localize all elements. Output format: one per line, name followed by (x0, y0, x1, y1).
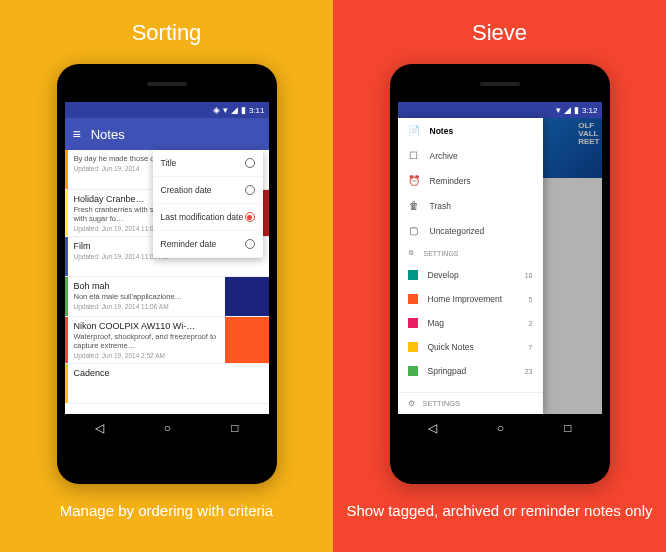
phone-speaker (480, 82, 520, 86)
android-navbar: ◁ ○ □ (398, 414, 602, 442)
tag-label: Springpad (428, 366, 467, 376)
drawer-item[interactable]: ⏰Reminders (398, 168, 543, 193)
drawer-item-icon: 📄 (408, 125, 420, 136)
sort-menu[interactable]: TitleCreation dateLast modification date… (153, 150, 263, 258)
drawer-item-label: Reminders (430, 176, 471, 186)
status-time: 3:11 (249, 106, 265, 115)
phone-speaker (147, 82, 187, 86)
drawer-item[interactable]: ▢Uncategorized (398, 218, 543, 243)
sieve-panel: Sieve ▾ ◢ ▮ 3:12 OLF VALL REET 📄Notes☐Ar… (333, 0, 666, 552)
tag-swatch (408, 270, 418, 280)
panel-title: Sieve (472, 20, 527, 46)
drawer-tag[interactable]: Mag2 (398, 311, 543, 335)
note-item[interactable]: Cadence (65, 364, 269, 404)
drawer-tag[interactable]: Quick Notes7 (398, 335, 543, 359)
note-thumbnail (225, 277, 269, 316)
note-updated: Updated: Jun 19, 2014 2:52 AM (74, 352, 219, 359)
drawer-item[interactable]: 🗑Trash (398, 193, 543, 218)
drawer-item[interactable]: 📄Notes (398, 118, 543, 143)
tag-swatch (408, 342, 418, 352)
tag-label: Mag (428, 318, 445, 328)
recent-icon[interactable]: □ (564, 421, 571, 435)
location-icon: ◈ (213, 105, 220, 115)
sort-option[interactable]: Title (153, 150, 263, 177)
note-body: Boh mah Non età male sull'applicazione… … (68, 277, 225, 316)
radio-icon (245, 158, 255, 168)
signal-icon: ◢ (231, 105, 238, 115)
drawer-item-label: Notes (430, 126, 454, 136)
phone-frame: ◈ ▾ ◢ ▮ 3:11 ≡ Notes By day he made thos… (57, 64, 277, 484)
sort-option-label: Reminder date (161, 239, 217, 249)
phone-frame: ▾ ◢ ▮ 3:12 OLF VALL REET 📄Notes☐Archive⏰… (390, 64, 610, 484)
drawer-footer[interactable]: ⚙ SETTINGS (398, 392, 543, 414)
note-updated: Updated: Jun 19, 2014 11:06 AM (74, 303, 219, 310)
tag-swatch (408, 318, 418, 328)
radio-icon (245, 239, 255, 249)
drawer-item-label: Uncategorized (430, 226, 485, 236)
tag-count: 10 (525, 272, 533, 279)
sort-option-label: Title (161, 158, 177, 168)
note-item[interactable]: Nikon COOLPIX AW110 Wi-… Waterproof, sho… (65, 317, 269, 364)
note-title: Boh mah (74, 281, 219, 291)
gear-icon: ⚙ (408, 399, 415, 408)
gear-icon: ⚙ (408, 249, 414, 257)
tag-label: Develop (428, 270, 459, 280)
drawer-item-icon: ⏰ (408, 175, 420, 186)
note-excerpt: Non età male sull'applicazione… (74, 292, 219, 301)
note-excerpt: Waterproof, shockproof, and freezeproof … (74, 332, 219, 350)
note-body: Nikon COOLPIX AW110 Wi-… Waterproof, sho… (68, 317, 225, 363)
tag-label: Home Improvement (428, 294, 503, 304)
note-item[interactable]: Boh mah Non età male sull'applicazione… … (65, 277, 269, 317)
note-thumbnail (225, 317, 269, 363)
note-title: Nikon COOLPIX AW110 Wi-… (74, 321, 219, 331)
back-icon[interactable]: ◁ (95, 421, 104, 435)
back-icon[interactable]: ◁ (428, 421, 437, 435)
battery-icon: ▮ (241, 105, 246, 115)
recent-icon[interactable]: □ (231, 421, 238, 435)
sort-option-label: Last modification date (161, 212, 244, 222)
home-icon[interactable]: ○ (164, 421, 171, 435)
tag-count: 7 (529, 344, 533, 351)
drawer-item[interactable]: ☐Archive (398, 143, 543, 168)
tag-count: 2 (529, 320, 533, 327)
tag-label: Quick Notes (428, 342, 474, 352)
tag-count: 23 (525, 368, 533, 375)
note-title: Cadence (74, 368, 263, 378)
wifi-icon: ▾ (556, 105, 561, 115)
drawer-item-label: Archive (430, 151, 458, 161)
note-body: Cadence (68, 364, 269, 403)
status-time: 3:12 (582, 106, 598, 115)
wifi-icon: ▾ (223, 105, 228, 115)
sort-option[interactable]: Last modification date (153, 204, 263, 231)
hamburger-icon[interactable]: ≡ (73, 126, 81, 142)
app-bar: ≡ Notes (65, 118, 269, 150)
drawer-item-icon: 🗑 (408, 200, 420, 211)
status-bar: ◈ ▾ ◢ ▮ 3:11 (65, 102, 269, 118)
drawer-item-icon: ▢ (408, 225, 420, 236)
sort-option-label: Creation date (161, 185, 212, 195)
navigation-drawer: 📄Notes☐Archive⏰Reminders🗑Trash▢Uncategor… (398, 118, 543, 414)
radio-icon (245, 212, 255, 222)
appbar-title: Notes (91, 127, 125, 142)
battery-icon: ▮ (574, 105, 579, 115)
phone-screen: ▾ ◢ ▮ 3:12 OLF VALL REET 📄Notes☐Archive⏰… (398, 102, 602, 442)
tag-count: 5 (529, 296, 533, 303)
drawer-settings-header: ⚙ SETTINGS (398, 243, 543, 263)
status-bar: ▾ ◢ ▮ 3:12 (398, 102, 602, 118)
tag-swatch (408, 294, 418, 304)
panel-caption: Show tagged, archived or reminder notes … (336, 502, 662, 519)
android-navbar: ◁ ○ □ (65, 414, 269, 442)
drawer-tag[interactable]: Home Improvement5 (398, 287, 543, 311)
drawer-item-icon: ☐ (408, 150, 420, 161)
drawer-tag[interactable]: Develop10 (398, 263, 543, 287)
home-icon[interactable]: ○ (497, 421, 504, 435)
panel-title: Sorting (132, 20, 202, 46)
panel-caption: Manage by ordering with criteria (50, 502, 283, 519)
drawer-tag[interactable]: Springpad23 (398, 359, 543, 383)
phone-screen: ◈ ▾ ◢ ▮ 3:11 ≡ Notes By day he made thos… (65, 102, 269, 442)
sorting-panel: Sorting ◈ ▾ ◢ ▮ 3:11 ≡ Notes By day he m… (0, 0, 333, 552)
sort-option[interactable]: Reminder date (153, 231, 263, 258)
radio-icon (245, 185, 255, 195)
sort-option[interactable]: Creation date (153, 177, 263, 204)
drawer-item-label: Trash (430, 201, 451, 211)
